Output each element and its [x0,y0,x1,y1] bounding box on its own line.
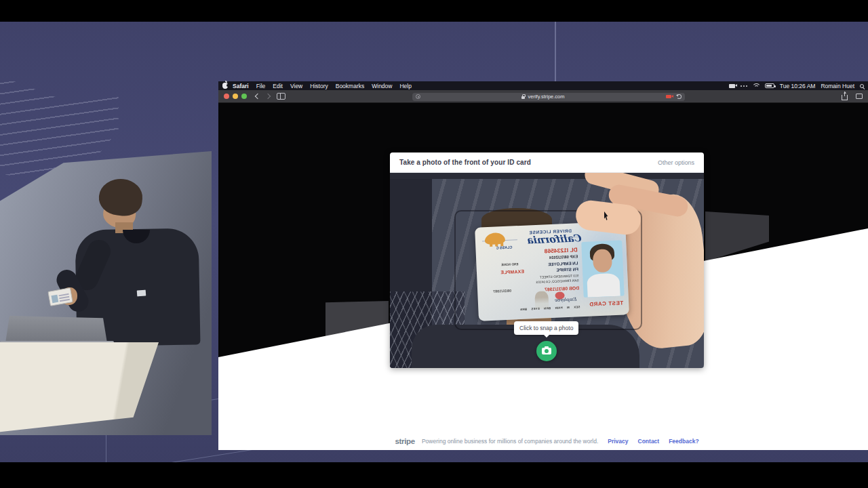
apple-icon[interactable] [222,83,228,89]
menu-item-bookmarks[interactable]: Bookmarks [336,83,365,89]
snap-tooltip: Click to snap a photo [514,321,578,335]
browser-viewport: Take a photo of the front of your ID car… [218,103,868,450]
menu-item-help[interactable]: Help [399,83,411,89]
camera-icon [542,348,551,354]
page-footer: stripe Powering online business for mill… [349,437,745,445]
feedback-link[interactable]: Feedback? [669,438,698,445]
minimize-window-button[interactable] [233,94,238,99]
letterbox-bottom [0,462,868,488]
menu-item-safari[interactable]: Safari [233,83,249,89]
contact-link[interactable]: Contact [638,438,660,445]
projection-screen: Safari File Edit View History Bookmarks … [218,81,868,450]
browser-toolbar: verify.stripe.com [218,90,868,103]
stripe-logo: stripe [395,437,415,445]
zoom-window-button[interactable] [241,94,247,99]
page-title: Take a photo of the front of your ID car… [399,159,531,166]
footer-tagline: Powering online business for millions of… [422,438,598,445]
screen-record-camera-icon[interactable] [729,84,735,88]
url-text[interactable]: verify.stripe.com [528,94,564,100]
wifi-icon[interactable] [752,83,760,89]
verify-card: Take a photo of the front of your ID car… [390,152,704,368]
battery-icon[interactable] [765,83,774,88]
menu-bar-user[interactable]: Romain Huet [821,83,854,89]
close-window-button[interactable] [224,94,229,99]
reload-icon[interactable] [677,94,682,99]
menu-item-history[interactable]: History [310,83,328,89]
spotlight-icon[interactable] [860,84,864,88]
show-tabs-icon[interactable] [856,94,863,99]
letterbox-top [0,0,868,22]
macbook-lid [5,316,107,343]
snap-photo-button[interactable] [536,341,557,361]
share-icon[interactable] [842,95,848,100]
page-settings-icon[interactable] [416,94,420,99]
back-button[interactable] [255,94,260,99]
menu-item-file[interactable]: File [256,83,266,89]
lock-icon [521,96,525,99]
forward-button[interactable] [265,94,271,99]
webcam-view: DRIVER LICENSE California DL I1234568 EX… [390,173,704,368]
menu-item-edit[interactable]: Edit [273,83,283,89]
presenter-badge [137,290,146,297]
camera-active-icon[interactable] [666,95,671,98]
privacy-link[interactable]: Privacy [608,438,628,445]
card-header: Take a photo of the front of your ID car… [390,152,704,173]
stage-scene: { "menu_bar": { "menus": ["Safari", "Fil… [0,0,868,488]
menu-item-window[interactable]: Window [372,83,392,89]
menu-item-view[interactable]: View [290,83,302,89]
sidebar-toggle-icon[interactable] [277,93,285,100]
other-options-link[interactable]: Other options [658,159,694,166]
webcam-top-strip [390,173,704,179]
menu-bar-clock[interactable]: Tue 10:26 AM [780,83,816,89]
more-icon[interactable] [741,85,742,87]
address-bar[interactable]: verify.stripe.com [412,93,685,101]
menu-bar: Safari File Edit View History Bookmarks … [218,81,868,90]
